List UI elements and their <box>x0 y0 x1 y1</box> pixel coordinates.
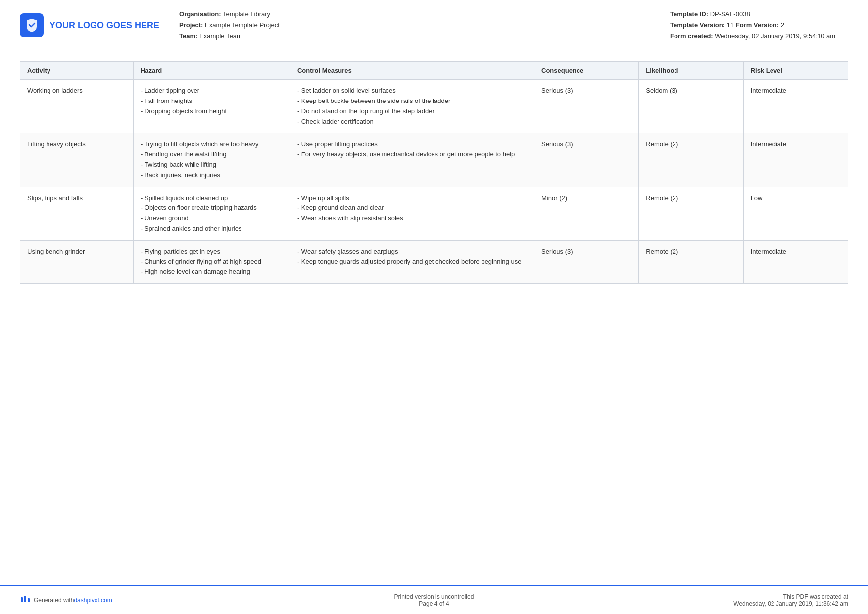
logo-area: YOUR LOGO GOES HERE <box>20 13 159 37</box>
template-id-value: DP-SAF-0038 <box>710 10 750 18</box>
header-center: Organisation: Template Library Project: … <box>159 9 670 42</box>
hazard-cell: - Ladder tipping over- Fall from heights… <box>133 80 290 133</box>
col-header-controls: Control Measures <box>290 62 534 80</box>
template-id-line: Template ID: DP-SAF-0038 <box>670 9 848 20</box>
consequence-cell: Serious (3) <box>534 133 639 187</box>
org-label: Organisation: <box>179 10 221 18</box>
project-label: Project: <box>179 21 203 29</box>
form-version-label: Form Version: <box>736 21 779 29</box>
form-created-value: Wednesday, 02 January 2019, 9:54:10 am <box>715 32 835 40</box>
footer-left: Generated with dashpivot.com <box>20 594 168 607</box>
form-created-line: Form created: Wednesday, 02 January 2019… <box>670 31 848 42</box>
template-version-label: Template Version: <box>670 21 725 29</box>
page: YOUR LOGO GOES HERE Organisation: Templa… <box>0 0 868 614</box>
col-header-likelihood: Likelihood <box>639 62 743 80</box>
printed-line1: Printed version is uncontrolled <box>394 593 474 600</box>
controls-cell: - Use proper lifting practices- For very… <box>290 133 534 187</box>
likelihood-cell: Remote (2) <box>639 133 743 187</box>
risk-table: Activity Hazard Control Measures Consequ… <box>20 61 848 284</box>
hazard-cell: - Spilled liquids not cleaned up- Object… <box>133 187 290 240</box>
activity-cell: Working on ladders <box>20 80 134 133</box>
activity-cell: Using bench grinder <box>20 240 134 283</box>
table-row: Using bench grinder- Flying particles ge… <box>20 240 848 283</box>
col-header-activity: Activity <box>20 62 134 80</box>
consequence-cell: Serious (3) <box>534 240 639 283</box>
risk-level-cell: Intermediate <box>743 133 848 187</box>
logo-svg <box>24 18 39 33</box>
table-row: Slips, trips and falls- Spilled liquids … <box>20 187 848 240</box>
controls-cell: - Wear safety glasses and earplugs- Keep… <box>290 240 534 283</box>
generated-text: Generated with <box>34 597 74 604</box>
org-value: Template Library <box>223 10 270 18</box>
dashpivot-icon <box>20 594 31 607</box>
risk-level-cell: Intermediate <box>743 240 848 283</box>
printed-line2: Page 4 of 4 <box>394 600 474 607</box>
created-line2: Wednesday, 02 January 2019, 11:36:42 am <box>700 600 848 607</box>
table-row: Lifting heavy objects- Trying to lift ob… <box>20 133 848 187</box>
footer: Generated with dashpivot.com Printed ver… <box>0 585 868 614</box>
svg-rect-2 <box>28 598 30 602</box>
controls-cell: - Wipe up all spills- Keep ground clean … <box>290 187 534 240</box>
svg-rect-0 <box>21 597 23 602</box>
footer-center: Printed version is uncontrolled Page 4 o… <box>394 593 474 607</box>
generated-link[interactable]: dashpivot.com <box>74 597 112 604</box>
consequence-cell: Minor (2) <box>534 187 639 240</box>
risk-level-cell: Intermediate <box>743 80 848 133</box>
col-header-hazard: Hazard <box>133 62 290 80</box>
likelihood-cell: Seldom (3) <box>639 80 743 133</box>
controls-cell: - Set ladder on solid level surfaces- Ke… <box>290 80 534 133</box>
hazard-cell: - Flying particles get in eyes- Chunks o… <box>133 240 290 283</box>
team-label: Team: <box>179 32 197 40</box>
form-created-label: Form created: <box>670 32 713 40</box>
likelihood-cell: Remote (2) <box>639 240 743 283</box>
form-version-value: 2 <box>781 21 784 29</box>
project-line: Project: Example Template Project <box>179 20 670 31</box>
org-line: Organisation: Template Library <box>179 9 670 20</box>
project-value: Example Template Project <box>205 21 280 29</box>
created-line1: This PDF was created at <box>700 593 848 600</box>
table-header-row: Activity Hazard Control Measures Consequ… <box>20 62 848 80</box>
footer-right: This PDF was created at Wednesday, 02 Ja… <box>700 593 848 607</box>
header-right: Template ID: DP-SAF-0038 Template Versio… <box>670 9 848 42</box>
team-line: Team: Example Team <box>179 31 670 42</box>
col-header-risk: Risk Level <box>743 62 848 80</box>
col-header-consequence: Consequence <box>534 62 639 80</box>
logo-text: YOUR LOGO GOES HERE <box>49 20 159 31</box>
header: YOUR LOGO GOES HERE Organisation: Templa… <box>0 0 868 51</box>
likelihood-cell: Remote (2) <box>639 187 743 240</box>
table-row: Working on ladders- Ladder tipping over-… <box>20 80 848 133</box>
team-value: Example Team <box>199 32 242 40</box>
template-version-value: 11 <box>727 21 734 29</box>
logo-icon <box>20 13 44 37</box>
activity-cell: Lifting heavy objects <box>20 133 134 187</box>
main-content: Activity Hazard Control Measures Consequ… <box>0 51 868 585</box>
consequence-cell: Serious (3) <box>534 80 639 133</box>
activity-cell: Slips, trips and falls <box>20 187 134 240</box>
risk-level-cell: Low <box>743 187 848 240</box>
hazard-cell: - Trying to lift objects which are too h… <box>133 133 290 187</box>
svg-rect-1 <box>24 596 26 602</box>
version-line: Template Version: 11 Form Version: 2 <box>670 20 848 31</box>
template-id-label: Template ID: <box>670 10 708 18</box>
